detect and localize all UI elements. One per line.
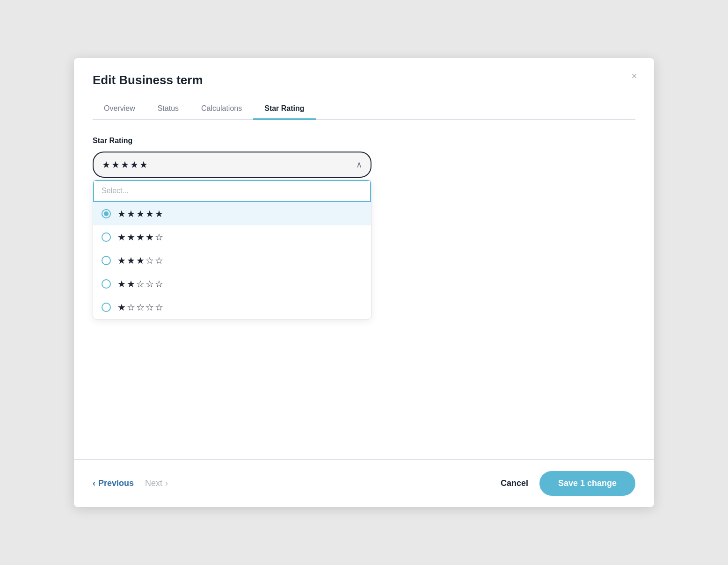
modal-title: Edit Business term xyxy=(93,73,635,87)
tab-star-rating[interactable]: Star Rating xyxy=(253,99,315,120)
cancel-button[interactable]: Cancel xyxy=(501,478,528,488)
option-3star[interactable]: ★★★☆☆ xyxy=(93,249,371,272)
option-2star[interactable]: ★★☆☆☆ xyxy=(93,272,371,296)
selected-star-value: ★★★★★ xyxy=(102,159,149,170)
option-3star-label: ★★★☆☆ xyxy=(117,255,164,266)
option-1star-label: ★☆☆☆☆ xyxy=(117,302,164,313)
radio-1star[interactable] xyxy=(102,303,111,312)
option-list: ★★★★★ ★★★★☆ ★★★☆☆ ★★☆☆☆ ★☆☆☆☆ xyxy=(93,202,371,319)
section-label: Star Rating xyxy=(93,137,635,145)
dropdown-panel: ★★★★★ ★★★★☆ ★★★☆☆ ★★☆☆☆ ★☆☆☆☆ xyxy=(93,180,371,319)
chevron-left-icon: ‹ xyxy=(93,478,95,488)
option-2star-label: ★★☆☆☆ xyxy=(117,278,164,290)
option-4star[interactable]: ★★★★☆ xyxy=(93,225,371,249)
chevron-right-icon: › xyxy=(165,478,168,488)
previous-label: Previous xyxy=(98,478,134,488)
edit-business-term-modal: Edit Business term × Overview Status Cal… xyxy=(74,58,654,507)
footer-left: ‹ Previous Next › xyxy=(93,478,168,488)
footer-right: Cancel Save 1 change xyxy=(501,471,635,496)
modal-footer: ‹ Previous Next › Cancel Save 1 change xyxy=(74,459,654,507)
close-button[interactable]: × xyxy=(631,71,637,81)
previous-button[interactable]: ‹ Previous xyxy=(93,478,134,488)
tab-status[interactable]: Status xyxy=(146,99,190,120)
option-5star[interactable]: ★★★★★ xyxy=(93,202,371,225)
modal-header: Edit Business term × Overview Status Cal… xyxy=(74,58,654,120)
tab-bar: Overview Status Calculations Star Rating xyxy=(93,99,635,120)
next-button[interactable]: Next › xyxy=(145,478,168,488)
radio-5star[interactable] xyxy=(102,209,111,218)
next-label: Next xyxy=(145,478,162,488)
tab-overview[interactable]: Overview xyxy=(93,99,146,120)
modal-body: Star Rating ★★★★★ ∧ ★★★★★ ★★★★☆ ★★★☆☆ xyxy=(74,120,654,460)
search-input[interactable] xyxy=(93,180,371,202)
tab-calculations[interactable]: Calculations xyxy=(190,99,253,120)
option-5star-label: ★★★★★ xyxy=(117,208,164,219)
radio-4star[interactable] xyxy=(102,232,111,242)
star-rating-dropdown-trigger[interactable]: ★★★★★ ∧ xyxy=(93,152,371,178)
option-1star[interactable]: ★☆☆☆☆ xyxy=(93,296,371,319)
option-4star-label: ★★★★☆ xyxy=(117,232,164,243)
chevron-up-icon: ∧ xyxy=(356,159,362,170)
save-button[interactable]: Save 1 change xyxy=(539,471,635,496)
radio-2star[interactable] xyxy=(102,279,111,289)
radio-3star[interactable] xyxy=(102,256,111,265)
